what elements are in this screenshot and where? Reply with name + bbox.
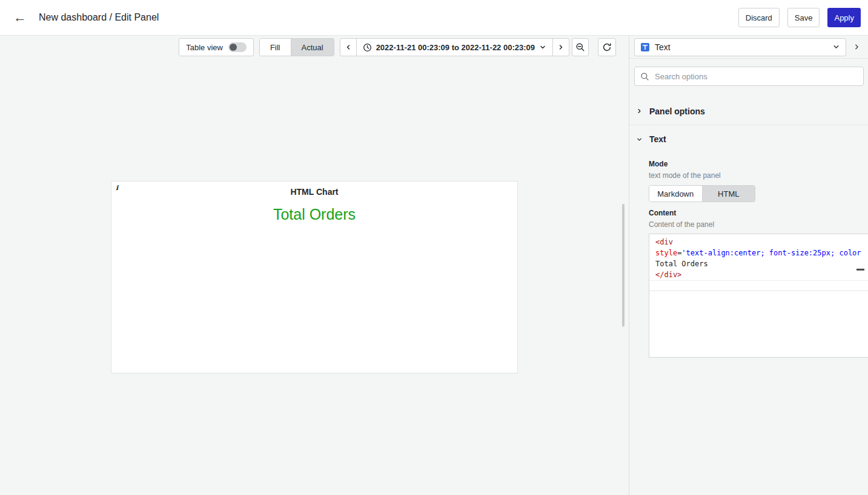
panel-info-icon[interactable]: i xyxy=(116,184,118,192)
content-label: Content xyxy=(649,209,868,217)
visualization-picker[interactable]: Text xyxy=(634,38,846,56)
table-view-control: Table view xyxy=(179,38,254,56)
refresh-icon xyxy=(602,42,612,52)
time-forward-button[interactable] xyxy=(552,38,569,56)
code-lines: <divstyle='text-align:center; font-size:… xyxy=(655,237,868,291)
chevron-down-icon xyxy=(636,136,643,143)
code-token: 'text-align:center; font-size:25px; colo… xyxy=(681,249,861,257)
code-line: </div> xyxy=(655,269,868,280)
code-line: style='text-align:center; font-size:25px… xyxy=(655,248,868,258)
visualization-label: Text xyxy=(655,42,671,52)
fill-option-button[interactable]: Fill xyxy=(260,39,291,56)
search-options-input[interactable] xyxy=(654,71,858,82)
table-view-toggle[interactable] xyxy=(228,42,247,52)
code-line: Total Orders xyxy=(655,258,868,269)
code-token: Total Orders xyxy=(655,260,708,268)
time-back-button[interactable] xyxy=(340,38,357,56)
panel-options-pane: Text Panel options Text M xyxy=(629,36,868,495)
text-panel-icon xyxy=(640,42,650,52)
time-range-text: 2022-11-21 00:23:09 to 2022-11-22 00:23:… xyxy=(376,43,535,52)
code-token: </div> xyxy=(655,270,681,279)
toggle-knob xyxy=(230,44,237,51)
panel-preview[interactable]: i HTML Chart Total Orders xyxy=(111,181,518,373)
search-icon xyxy=(640,72,649,81)
code-line xyxy=(649,280,868,291)
collapse-options-button[interactable] xyxy=(849,39,864,56)
breadcrumb-title: New dashboard / Edit Panel xyxy=(39,12,159,23)
minimap-marker xyxy=(856,269,864,270)
search-box xyxy=(634,67,864,86)
content-code-editor[interactable]: <divstyle='text-align:center; font-size:… xyxy=(649,234,868,358)
text-section-content: Mode text mode of the panel Markdown HTM… xyxy=(629,160,868,358)
header-actions: Discard Save Apply xyxy=(738,8,861,27)
display-mode-group: Fill Actual xyxy=(259,38,334,56)
chevron-right-icon xyxy=(853,43,861,51)
search-options-row xyxy=(629,59,868,92)
code-token: style xyxy=(655,249,677,257)
discard-button[interactable]: Discard xyxy=(738,8,780,27)
code-line: <div xyxy=(655,237,868,248)
apply-button[interactable]: Apply xyxy=(827,8,861,27)
zoom-out-button[interactable] xyxy=(572,38,589,56)
chevron-right-icon xyxy=(557,44,565,51)
chevron-left-icon xyxy=(345,44,352,51)
markdown-option-button[interactable]: Markdown xyxy=(649,186,702,202)
panel-title: HTML Chart xyxy=(111,182,517,197)
time-range-picker-button[interactable]: 2022-11-21 00:23:09 to 2022-11-22 00:23:… xyxy=(356,38,553,56)
canvas-scrollbar-thumb[interactable] xyxy=(622,204,624,327)
chevron-down-icon xyxy=(539,44,546,51)
html-option-button[interactable]: HTML xyxy=(702,186,755,202)
mode-description: text mode of the panel xyxy=(649,171,868,180)
refresh-button[interactable] xyxy=(598,38,616,56)
panel-html-content: Total Orders xyxy=(111,206,517,223)
zoom-out-icon xyxy=(575,42,585,52)
dashboard-canvas: i HTML Chart Total Orders xyxy=(0,59,629,495)
top-header: ← New dashboard / Edit Panel Discard Sav… xyxy=(0,0,868,36)
table-view-label: Table view xyxy=(186,43,223,52)
visualization-row: Text xyxy=(629,36,868,59)
chevron-right-icon xyxy=(636,108,643,114)
back-arrow-icon[interactable]: ← xyxy=(11,11,29,24)
mode-label: Mode xyxy=(649,160,868,168)
panel-options-section-header[interactable]: Panel options xyxy=(629,97,868,125)
text-section-label: Text xyxy=(649,134,666,144)
panel-edit-toolbar: Table view Fill Actual 2022-11-21 00:23:… xyxy=(0,36,629,59)
chevron-down-icon xyxy=(832,43,840,51)
content-description: Content of the panel xyxy=(649,220,868,229)
panel-options-section-label: Panel options xyxy=(649,107,705,116)
clock-icon xyxy=(363,43,372,52)
text-section-header[interactable]: Text xyxy=(629,125,868,153)
mode-radio-group: Markdown HTML xyxy=(649,185,755,202)
save-button[interactable]: Save xyxy=(787,8,820,27)
code-token: <div xyxy=(655,238,673,246)
actual-option-button[interactable]: Actual xyxy=(291,39,334,56)
time-range-controls: 2022-11-21 00:23:09 to 2022-11-22 00:23:… xyxy=(340,38,589,56)
